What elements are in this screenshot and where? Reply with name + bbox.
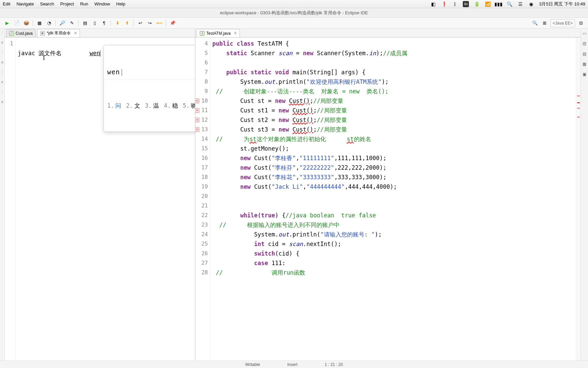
ime-candidate-2[interactable]: 2. 文 — [126, 101, 140, 110]
menu-window[interactable]: Window — [94, 1, 110, 6]
search-button[interactable]: 🔎 — [59, 19, 66, 27]
code-text: javac 源文件名 — [18, 50, 62, 57]
left-tab-row: J Cust.java ≡ *jdk 常用命令 ✕ — [5, 29, 195, 37]
tab-label: Cust.java — [16, 31, 33, 36]
left-gutter: 1 — [5, 37, 16, 361]
separator — [33, 20, 33, 26]
error-marker-icon[interactable]: ✕ — [195, 98, 199, 103]
ime-composition: wen — [89, 50, 100, 57]
tab-jdk-commands[interactable]: ≡ *jdk 常用命令 ✕ — [37, 29, 80, 37]
menu-navigate[interactable]: Navigate — [16, 1, 34, 6]
menu-search[interactable]: Search — [40, 1, 54, 6]
show-whitespace-button[interactable]: ¶ — [100, 19, 108, 27]
ime-candidate-4[interactable]: 4. 稳 — [164, 101, 178, 110]
perspective-java-ee-button[interactable]: ⊟ — [577, 19, 585, 27]
macos-menubar: Edit Navigate Search Project Run Window … — [0, 0, 588, 8]
new-button[interactable]: ▦ — [36, 19, 43, 27]
eclipse-toolbar: ▶ 📄 📦 ▦ ◔ 🔎 ✎ ▤ ▯ ¶ ⬇ ⬆ ↩ ↪ ⟸ 📌 🔍 ⊞ <Jav… — [0, 18, 588, 29]
right-view-gutter: ▭ @ ▤ ▦ ▣ — [581, 29, 588, 361]
clock[interactable]: 3月5日 周五 下午 10:49 — [539, 1, 585, 7]
last-edit-button[interactable]: ↩ — [136, 19, 144, 27]
status-mode: Insert — [287, 362, 297, 367]
annotation-prev-button[interactable]: ⬆ — [123, 19, 131, 27]
menu-help[interactable]: Help — [116, 1, 126, 6]
status-writable: Writable — [245, 362, 260, 367]
error-marker-icon[interactable]: ✕ — [195, 108, 199, 113]
forward-button[interactable]: ⟸ — [156, 19, 163, 27]
tab-testatm-java[interactable]: J TestATM.java ✕ — [197, 29, 240, 37]
menu-run[interactable]: Run — [80, 1, 88, 6]
java-file-icon: J — [200, 31, 205, 36]
separator — [78, 20, 79, 26]
ime-candidate-3[interactable]: 3. 温 — [145, 101, 159, 110]
statusbar: Writable Insert 1 : 21 : 20 — [0, 361, 588, 368]
editor-container: J Cust.java ≡ *jdk 常用命令 ✕ 1 javac 源文件名 w… — [5, 29, 581, 361]
text-cursor — [100, 50, 100, 57]
separator — [55, 20, 56, 26]
java-file-icon: J — [9, 31, 14, 36]
open-perspective-button[interactable]: ⊞ — [541, 19, 548, 27]
annotation-next-button[interactable]: ⬇ — [114, 19, 121, 27]
left-editor-pane: J Cust.java ≡ *jdk 常用命令 ✕ 1 javac 源文件名 w… — [5, 29, 195, 361]
tab-label: *jdk 常用命令 — [47, 30, 71, 36]
block-selection-button[interactable]: ▯ — [91, 19, 98, 27]
text-file-icon: ≡ — [40, 31, 45, 36]
bookmarks-icon[interactable]: ▤ — [582, 51, 587, 57]
snippets-icon[interactable]: ▣ — [582, 72, 587, 77]
right-code-area[interactable]: public class TestATM { static Scanner sc… — [210, 37, 576, 361]
error-marker-icon[interactable]: ✕ — [195, 118, 199, 122]
right-tab-row: J TestATM.java ✕ — [195, 29, 581, 37]
perspective-label: <Java EE> — [553, 21, 573, 26]
toggle-button[interactable]: ✎ — [68, 19, 76, 27]
window-title: eclipse-workspace - 0303-构造函数/src/构造函数/j… — [220, 10, 368, 16]
main-area: ⋮e⋮a⋮e⋮a J Cust.java ≡ *jdk 常用命令 ✕ 1 — [0, 29, 588, 361]
close-icon[interactable]: ✕ — [234, 31, 237, 35]
tab-label: TestATM.java — [206, 31, 231, 36]
perspective-selector[interactable]: <Java EE> — [550, 19, 575, 27]
back-button[interactable]: ↪ — [146, 19, 153, 27]
left-view-gutter: ⋮e⋮a⋮e⋮a — [0, 29, 5, 361]
run-button[interactable]: ▶ — [3, 19, 11, 27]
menu-edit[interactable]: Edit — [3, 1, 10, 6]
new-package-button[interactable]: 📦 — [22, 19, 30, 27]
bluetooth-icon[interactable]: ᛒ — [452, 1, 458, 7]
ime-popup: wen 1. 问 2. 文 3. 温 4. 稳 5. 吻 < > — [103, 45, 195, 132]
status-icon-notification[interactable]: ❗ — [441, 1, 447, 7]
problems-icon[interactable]: ▦ — [582, 61, 587, 67]
ime-input-display: wen — [104, 64, 195, 80]
status-position: 1 : 21 : 20 — [325, 362, 343, 367]
task-list-icon[interactable]: @ — [582, 41, 587, 46]
status-icon-1[interactable]: ◧ — [430, 1, 436, 7]
overview-ruler[interactable] — [576, 37, 581, 361]
left-editor-body[interactable]: 1 javac 源文件名 wen I wen 1. 问 2. 文 3. 温 4.… — [5, 37, 195, 361]
separator — [133, 20, 134, 26]
spotlight-icon[interactable]: 🔍 — [506, 1, 512, 7]
control-center-icon[interactable]: ☰ — [517, 1, 523, 7]
left-code-area[interactable]: javac 源文件名 wen I wen 1. 问 2. 文 3. 温 4. 稳… — [16, 37, 195, 361]
tab-cust-java[interactable]: J Cust.java — [6, 29, 36, 37]
separator — [166, 20, 166, 26]
close-icon[interactable]: ✕ — [74, 31, 77, 35]
error-marker-icon[interactable]: ✕ — [195, 127, 199, 132]
ime-candidates: 1. 问 2. 文 3. 温 4. 稳 5. 吻 < > — [104, 99, 195, 112]
status-icon-du[interactable]: du — [463, 1, 469, 7]
outline-view-icon[interactable]: ▭ — [582, 31, 587, 36]
battery-level-icon[interactable]: ▮▮▮ — [495, 1, 502, 7]
search-toolbar-button[interactable]: 🔍 — [531, 19, 539, 27]
menu-project[interactable]: Project — [60, 1, 74, 6]
separator — [111, 20, 111, 26]
siri-icon[interactable]: ◉ — [528, 1, 534, 7]
pin-editor-button[interactable]: 📌 — [169, 19, 176, 27]
battery-icon[interactable]: 🔋 — [474, 1, 480, 7]
right-editor-pane: J TestATM.java ✕ 45678910✕11✕12✕13✕14151… — [195, 29, 581, 361]
right-gutter: 45678910✕11✕12✕13✕1415161718192021222324… — [195, 37, 210, 361]
right-editor-body[interactable]: 45678910✕11✕12✕13✕1415161718192021222324… — [195, 37, 581, 361]
ime-candidate-1[interactable]: 1. 问 — [107, 101, 121, 110]
wifi-icon[interactable]: 📶 — [485, 1, 491, 7]
window-titlebar: eclipse-workspace - 0303-构造函数/src/构造函数/j… — [0, 8, 588, 18]
mark-occurrences-button[interactable]: ▤ — [81, 19, 89, 27]
new-project-button[interactable]: 📄 — [13, 19, 20, 27]
ime-candidate-5[interactable]: 5. 吻 — [183, 101, 195, 110]
open-type-button[interactable]: ◔ — [45, 19, 53, 27]
